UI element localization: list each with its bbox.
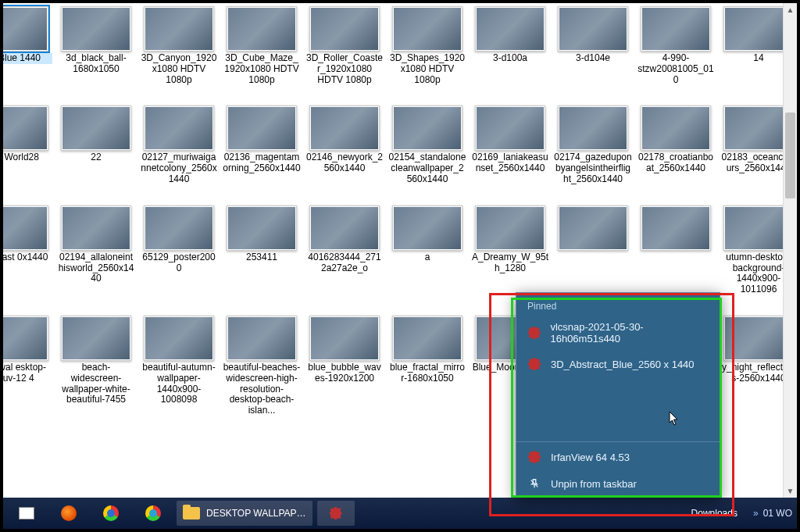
- file-thumbnail: [641, 205, 711, 251]
- file-item[interactable]: blue_fractal_mirror-1680x1050: [386, 316, 469, 416]
- file-item[interactable]: 22: [55, 105, 138, 184]
- file-item[interactable]: a: [386, 205, 469, 295]
- file-label: 02146_newyork_2560x1440: [305, 152, 384, 174]
- file-item[interactable]: beautiful-beaches-widescreen-high-resolu…: [220, 316, 303, 416]
- jump-list-section-pinned: Pinned: [516, 293, 720, 315]
- file-item[interactable]: 3-d100a: [469, 6, 552, 85]
- irfanview-icon: [330, 507, 342, 520]
- file-item[interactable]: 65129_poster2000: [138, 205, 220, 295]
- file-label: 02178_croatianboat_2560x1440: [637, 152, 715, 174]
- unpin-icon: [527, 477, 541, 491]
- file-thumbnail: [558, 105, 628, 151]
- scroll-up-arrow[interactable]: ▲: [784, 3, 797, 16]
- file-item[interactable]: blue_bubble_waves-1920x1200: [303, 316, 386, 416]
- file-item[interactable]: 3D_Shapes_1920x1080 HDTV 1080p: [386, 6, 469, 85]
- window-frame: ct_Blue 14403d_black_ball-1680x10503D_Ca…: [0, 0, 800, 532]
- file-item[interactable]: 253411: [220, 205, 303, 295]
- file-label: 3-d100a: [471, 53, 549, 64]
- edge-icon: [145, 505, 161, 521]
- file-thumbnail: [558, 6, 628, 52]
- file-label: 253411: [223, 252, 301, 263]
- file-item[interactable]: [552, 205, 634, 295]
- file-thumbnail: [61, 205, 131, 251]
- jump-list-pinned-item-1[interactable]: vlcsnap-2021-05-30-16h06m51s440: [516, 315, 720, 351]
- file-thumbnail: [227, 205, 297, 251]
- taskbar-task-label: DESKTOP WALLPAP…: [206, 508, 306, 519]
- file-label: blue_bubble_waves-1920x1200: [305, 362, 384, 384]
- taskbar-downloads[interactable]: Downloads: [685, 501, 744, 526]
- file-label: 0-A World28: [3, 152, 52, 163]
- file-thumbnail: [144, 205, 214, 251]
- file-thumbnail: [3, 316, 48, 361]
- scrollbar-thumb[interactable]: [785, 112, 795, 198]
- taskbar-task-explorer[interactable]: DESKTOP WALLPAP…: [177, 501, 312, 526]
- file-label: blue_fractal_mirror-1680x1050: [388, 362, 466, 384]
- file-item[interactable]: 3D_Cube_Maze_1920x1080 HDTV 1080p: [220, 6, 303, 85]
- file-item[interactable]: 0-A World28: [3, 105, 55, 184]
- taskbar-right-text: 01 WO: [763, 508, 792, 519]
- file-item[interactable]: [634, 205, 717, 295]
- taskbar-overflow-icon[interactable]: »: [753, 508, 759, 519]
- jump-list-pinned-item-2[interactable]: 3D_Abstract_Blue_2560 x 1440: [516, 351, 720, 377]
- file-label: 22: [57, 152, 135, 163]
- file-item[interactable]: emonast 0x1440: [3, 205, 55, 295]
- file-item[interactable]: 3D_Roller_Coaster_1920x1080 HDTV 1080p: [303, 6, 386, 85]
- file-item[interactable]: 02194_allaloneinthisworld_2560x1440: [55, 205, 138, 295]
- file-item[interactable]: 3D_Canyon_1920x1080 HDTV 1080p: [138, 6, 220, 85]
- file-item[interactable]: 02136_magentamorning_2560x1440: [220, 105, 303, 184]
- file-item[interactable]: 02174_gazeduponbyangelsintheirflight_256…: [552, 105, 634, 184]
- file-item[interactable]: beautiful-autumn-wallpaper-1440x900-1008…: [138, 316, 220, 416]
- file-thumbnail: [392, 316, 462, 361]
- file-label: nds-wal esktop- dauv-12 4: [3, 362, 52, 384]
- taskbar-app-4[interactable]: [134, 501, 172, 526]
- file-thumbnail: [641, 6, 711, 52]
- file-item[interactable]: A_Dreamy_W_95th_1280: [469, 205, 552, 295]
- file-label: 3-d104e: [554, 53, 632, 64]
- file-thumbnail: [558, 205, 628, 251]
- taskbar-app-2[interactable]: [50, 501, 88, 526]
- file-item[interactable]: nds-wal esktop- dauv-12 4: [3, 316, 55, 416]
- file-item[interactable]: 02127_muriwaigannetcolony_2560x1440: [138, 105, 220, 184]
- file-item[interactable]: 02154_standalonecleanwallpaper_2560x1440: [386, 105, 469, 184]
- file-label: 02127_muriwaigannetcolony_2560x1440: [140, 152, 218, 184]
- irfanview-icon: [528, 327, 541, 339]
- file-thumbnail: [144, 6, 214, 52]
- jump-list-unpin[interactable]: Unpin from taskbar: [516, 470, 720, 497]
- jump-list-unpin-label: Unpin from taskbar: [551, 478, 637, 490]
- file-thumbnail: [392, 205, 462, 251]
- file-item[interactable]: 4-990-stzw20081005_010: [634, 6, 717, 85]
- file-thumbnail: [227, 316, 297, 361]
- file-label: beautiful-autumn-wallpaper-1440x900-1008…: [140, 362, 218, 405]
- file-thumbnail: [144, 105, 214, 151]
- file-thumbnail: [392, 6, 462, 52]
- taskbar-app-3[interactable]: [92, 501, 130, 526]
- file-label: 02194_allaloneinthisworld_2560x1440: [57, 252, 135, 284]
- file-label: ct_Blue 1440: [3, 53, 52, 64]
- file-label: 65129_poster2000: [140, 252, 218, 274]
- scroll-down-arrow[interactable]: ▼: [784, 484, 797, 498]
- file-label: A_Dreamy_W_95th_1280: [471, 252, 549, 274]
- file-thumbnail: [475, 105, 545, 151]
- file-thumbnail: [309, 105, 380, 151]
- jump-list-app-label: IrfanView 64 4.53: [551, 452, 630, 463]
- chrome-icon: [103, 505, 119, 521]
- taskbar-task-irfanview[interactable]: [317, 501, 355, 526]
- file-item[interactable]: 02146_newyork_2560x1440: [303, 105, 386, 184]
- file-label: 3d_black_ball-1680x1050: [57, 53, 135, 75]
- file-item[interactable]: 4016283444_2712a27a2e_o: [303, 205, 386, 295]
- vertical-scrollbar[interactable]: ▲ ▼: [783, 3, 797, 498]
- file-item[interactable]: beach-widescreen-wallpaper-white-beautif…: [55, 316, 138, 416]
- jump-list-app[interactable]: IrfanView 64 4.53: [516, 444, 720, 470]
- file-item[interactable]: 3-d104e: [552, 6, 634, 85]
- taskbar-app-1[interactable]: [8, 501, 45, 526]
- file-label: 3D_Canyon_1920x1080 HDTV 1080p: [140, 53, 218, 85]
- file-thumbnail: [475, 205, 545, 251]
- file-item[interactable]: 02178_croatianboat_2560x1440: [634, 105, 717, 184]
- file-item[interactable]: 02169_laniakeasunset_2560x1440: [469, 105, 552, 184]
- file-item[interactable]: 3d_black_ball-1680x1050: [55, 6, 138, 85]
- firefox-icon: [61, 505, 77, 521]
- jump-list-item-label: vlcsnap-2021-05-30-16h06m51s440: [550, 321, 709, 345]
- file-item[interactable]: ct_Blue 1440: [3, 6, 55, 85]
- irfanview-icon: [528, 358, 541, 370]
- file-label: 3D_Shapes_1920x1080 HDTV 1080p: [388, 53, 466, 85]
